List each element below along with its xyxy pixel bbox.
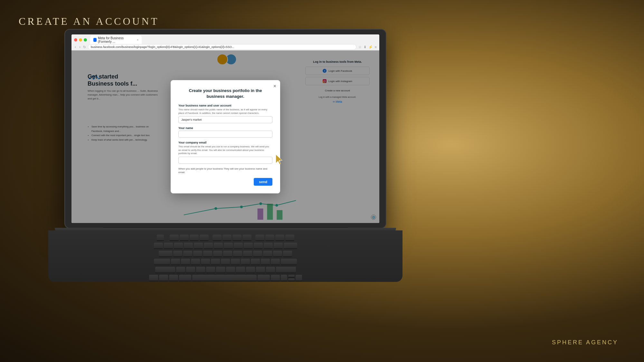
keyboard-row-2 — [48, 243, 402, 249]
tab-bar: Meta for Business (Formerly ... × — [71, 34, 379, 43]
key-y — [223, 251, 232, 257]
modal-close-button[interactable]: × — [273, 83, 276, 89]
key-f5 — [213, 235, 222, 241]
key-tab — [159, 251, 172, 257]
laptop-screen: Meta for Business (Formerly ... × ‹ › ↻ … — [71, 34, 379, 223]
bookmark-icon[interactable]: ☆ — [358, 45, 362, 49]
key-shift-left — [155, 267, 175, 273]
key-semicolon — [261, 259, 270, 265]
key-comma — [246, 267, 255, 273]
key-f6 — [223, 235, 232, 241]
key-space — [192, 275, 257, 281]
key-fn — [149, 275, 158, 281]
key-e — [193, 251, 202, 257]
key-right — [296, 275, 302, 281]
cursor — [274, 153, 287, 168]
your-name-input[interactable] — [178, 131, 272, 138]
key-b — [216, 267, 225, 273]
key-q — [173, 251, 182, 257]
key-ctrl — [159, 275, 168, 281]
key-8 — [234, 243, 243, 249]
traffic-light-green[interactable] — [84, 38, 87, 42]
key-r — [203, 251, 212, 257]
key-h — [221, 259, 230, 265]
laptop-body: Meta for Business (Formerly ... × ‹ › ↻ … — [64, 29, 386, 228]
forward-button[interactable]: › — [79, 45, 81, 49]
key-u — [233, 251, 242, 257]
back-button[interactable]: ‹ — [74, 45, 77, 49]
key-d — [191, 259, 200, 265]
modal-title: Create your business portfolio in the bu… — [178, 88, 272, 99]
key-f12 — [285, 235, 294, 241]
keyboard-row-3 — [48, 251, 402, 257]
keyboard-row-6 — [48, 275, 402, 281]
page-title: CREATE AN ACCOUNT — [19, 15, 159, 27]
traffic-lights — [74, 38, 87, 42]
key-0 — [254, 243, 263, 249]
key-down — [288, 278, 295, 281]
key-enter — [281, 259, 297, 265]
key-z — [176, 267, 185, 273]
email-input[interactable] — [178, 157, 272, 164]
key-backtick — [154, 243, 163, 249]
key-a — [171, 259, 180, 265]
key-f9 — [255, 235, 264, 241]
key-period — [256, 267, 265, 273]
key-option — [169, 275, 178, 281]
key-minus — [264, 243, 273, 249]
key-cmd-left — [179, 275, 191, 281]
business-name-group: Your business name and user account This… — [178, 104, 272, 123]
key-6 — [214, 243, 223, 249]
email-hint: This email should be the email you use t… — [178, 145, 272, 155]
traffic-light-red[interactable] — [74, 38, 77, 42]
key-j — [231, 259, 240, 265]
your-name-group: Your name — [178, 126, 272, 138]
key-f7 — [232, 235, 242, 241]
email-group: Your company email This email should be … — [178, 141, 272, 164]
key-shift-right — [276, 267, 296, 273]
key-f1 — [170, 235, 179, 241]
your-name-label: Your name — [178, 126, 272, 130]
website-content: Get started Business tools f... When log… — [71, 51, 379, 223]
key-n — [226, 267, 235, 273]
keyboard-row-4 — [48, 259, 402, 265]
email-label: Your company email — [178, 141, 272, 144]
key-2 — [174, 243, 183, 249]
key-f8 — [242, 235, 251, 241]
modal-footer-text: When you add people to your business The… — [178, 167, 272, 174]
key-capslock — [154, 259, 170, 265]
extensions-icon[interactable]: ⚡ — [368, 45, 373, 49]
browser-actions: ☆ ⬇ ⚡ ≡ — [358, 45, 377, 49]
key-o — [253, 251, 262, 257]
tab-label: Meta for Business (Formerly ... — [98, 36, 134, 43]
key-k — [241, 259, 250, 265]
menu-icon[interactable]: ≡ — [375, 45, 377, 49]
key-v — [206, 267, 215, 273]
key-f2 — [180, 235, 189, 241]
reload-button[interactable]: ↻ — [83, 45, 86, 49]
key-x — [186, 267, 195, 273]
key-f11 — [275, 235, 284, 241]
download-icon[interactable]: ⬇ — [364, 45, 366, 49]
key-w — [183, 251, 192, 257]
key-s — [181, 259, 190, 265]
tab-close-button[interactable]: × — [137, 38, 138, 42]
address-input[interactable] — [88, 44, 356, 50]
modal-dialog: × Create your business portfolio in the … — [171, 80, 280, 193]
key-option-right — [271, 275, 280, 281]
key-g — [211, 259, 220, 265]
traffic-light-yellow[interactable] — [79, 38, 82, 42]
key-lbracket — [273, 251, 282, 257]
key-3 — [184, 243, 193, 249]
key-f10 — [265, 235, 274, 241]
key-backspace — [284, 243, 297, 249]
key-cmd-right — [258, 275, 270, 281]
modal-overlay: × Create your business portfolio in the … — [71, 51, 379, 223]
key-1 — [164, 243, 173, 249]
keyboard-row-1 — [48, 235, 402, 241]
send-button[interactable]: send — [254, 178, 272, 186]
browser-tab[interactable]: Meta for Business (Formerly ... × — [90, 35, 142, 44]
business-name-input[interactable] — [178, 116, 272, 123]
key-f4 — [200, 235, 209, 241]
laptop-keyboard — [48, 230, 402, 282]
